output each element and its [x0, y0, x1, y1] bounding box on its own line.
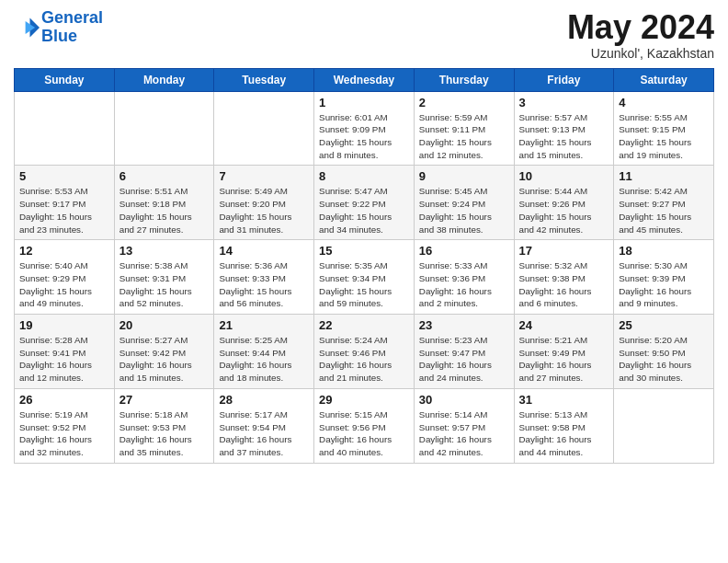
col-header-saturday: Saturday [614, 68, 714, 91]
calendar-cell: 31Sunrise: 5:13 AMSunset: 9:58 PMDayligh… [514, 388, 614, 463]
day-number: 19 [19, 318, 109, 332]
calendar-cell: 21Sunrise: 5:25 AMSunset: 9:44 PMDayligh… [214, 315, 314, 389]
month-title: May 2024 [567, 9, 714, 46]
calendar-cell: 1Sunrise: 6:01 AMSunset: 9:09 PMDaylight… [314, 91, 415, 166]
location: Uzunkol', Kazakhstan [567, 46, 714, 61]
day-info: Sunrise: 5:57 AMSunset: 9:13 PMDaylight:… [519, 111, 609, 162]
calendar-cell: 8Sunrise: 5:47 AMSunset: 9:22 PMDaylight… [314, 166, 415, 240]
calendar-cell: 3Sunrise: 5:57 AMSunset: 9:13 PMDaylight… [514, 91, 614, 166]
calendar-cell: 7Sunrise: 5:49 AMSunset: 9:20 PMDaylight… [214, 166, 314, 240]
logo-text-line2: Blue [41, 28, 103, 46]
logo: General Blue [14, 9, 103, 46]
title-block: May 2024 Uzunkol', Kazakhstan [567, 9, 714, 61]
day-info: Sunrise: 5:24 AMSunset: 9:46 PMDaylight:… [319, 334, 409, 385]
col-header-thursday: Thursday [414, 68, 514, 91]
day-info: Sunrise: 5:40 AMSunset: 9:29 PMDaylight:… [19, 259, 109, 310]
logo-text-line1: General [41, 9, 103, 28]
day-info: Sunrise: 6:01 AMSunset: 9:09 PMDaylight:… [319, 111, 409, 162]
day-info: Sunrise: 5:21 AMSunset: 9:49 PMDaylight:… [519, 334, 609, 385]
col-header-wednesday: Wednesday [314, 68, 415, 91]
calendar-cell: 9Sunrise: 5:45 AMSunset: 9:24 PMDaylight… [414, 166, 514, 240]
day-info: Sunrise: 5:45 AMSunset: 9:24 PMDaylight:… [419, 185, 509, 236]
calendar-cell [614, 388, 714, 463]
calendar-cell: 4Sunrise: 5:55 AMSunset: 9:15 PMDaylight… [614, 91, 714, 166]
calendar-cell: 20Sunrise: 5:27 AMSunset: 9:42 PMDayligh… [114, 315, 214, 389]
day-number: 3 [519, 96, 609, 109]
day-number: 18 [619, 244, 709, 258]
day-number: 12 [19, 244, 109, 258]
day-info: Sunrise: 5:44 AMSunset: 9:26 PMDaylight:… [519, 185, 609, 236]
calendar-cell: 29Sunrise: 5:15 AMSunset: 9:56 PMDayligh… [314, 388, 415, 463]
day-info: Sunrise: 5:47 AMSunset: 9:22 PMDaylight:… [319, 185, 409, 236]
day-info: Sunrise: 5:55 AMSunset: 9:15 PMDaylight:… [619, 111, 709, 162]
day-info: Sunrise: 5:20 AMSunset: 9:50 PMDaylight:… [619, 334, 709, 385]
day-info: Sunrise: 5:25 AMSunset: 9:44 PMDaylight:… [219, 334, 309, 385]
calendar-cell: 6Sunrise: 5:51 AMSunset: 9:18 PMDaylight… [114, 166, 214, 240]
calendar-cell: 23Sunrise: 5:23 AMSunset: 9:47 PMDayligh… [414, 315, 514, 389]
calendar-cell: 27Sunrise: 5:18 AMSunset: 9:53 PMDayligh… [114, 388, 214, 463]
day-info: Sunrise: 5:49 AMSunset: 9:20 PMDaylight:… [219, 185, 309, 236]
col-header-tuesday: Tuesday [214, 68, 314, 91]
calendar-cell: 25Sunrise: 5:20 AMSunset: 9:50 PMDayligh… [614, 315, 714, 389]
day-number: 10 [519, 169, 609, 183]
day-info: Sunrise: 5:38 AMSunset: 9:31 PMDaylight:… [119, 259, 210, 310]
day-number: 27 [119, 393, 210, 407]
day-info: Sunrise: 5:30 AMSunset: 9:39 PMDaylight:… [619, 259, 709, 310]
calendar-cell: 24Sunrise: 5:21 AMSunset: 9:49 PMDayligh… [514, 315, 614, 389]
calendar-cell: 22Sunrise: 5:24 AMSunset: 9:46 PMDayligh… [314, 315, 415, 389]
day-number: 11 [619, 169, 709, 183]
day-info: Sunrise: 5:36 AMSunset: 9:33 PMDaylight:… [219, 259, 309, 310]
day-info: Sunrise: 5:53 AMSunset: 9:17 PMDaylight:… [19, 185, 109, 236]
day-number: 15 [319, 244, 409, 258]
calendar-cell: 11Sunrise: 5:42 AMSunset: 9:27 PMDayligh… [614, 166, 714, 240]
calendar-week-5: 26Sunrise: 5:19 AMSunset: 9:52 PMDayligh… [15, 388, 714, 463]
day-number: 17 [519, 244, 609, 258]
calendar-cell: 12Sunrise: 5:40 AMSunset: 9:29 PMDayligh… [15, 240, 115, 315]
calendar-cell: 2Sunrise: 5:59 AMSunset: 9:11 PMDaylight… [414, 91, 514, 166]
day-number: 5 [19, 169, 109, 183]
col-header-sunday: Sunday [15, 68, 115, 91]
day-info: Sunrise: 5:51 AMSunset: 9:18 PMDaylight:… [119, 185, 210, 236]
calendar-week-4: 19Sunrise: 5:28 AMSunset: 9:41 PMDayligh… [15, 315, 714, 389]
day-number: 21 [219, 318, 309, 332]
day-info: Sunrise: 5:35 AMSunset: 9:34 PMDaylight:… [319, 259, 409, 310]
calendar-cell: 30Sunrise: 5:14 AMSunset: 9:57 PMDayligh… [414, 388, 514, 463]
calendar-cell: 5Sunrise: 5:53 AMSunset: 9:17 PMDaylight… [15, 166, 115, 240]
day-number: 22 [319, 318, 409, 332]
calendar-cell: 17Sunrise: 5:32 AMSunset: 9:38 PMDayligh… [514, 240, 614, 315]
day-info: Sunrise: 5:15 AMSunset: 9:56 PMDaylight:… [319, 408, 409, 459]
day-number: 20 [119, 318, 210, 332]
day-number: 9 [419, 169, 509, 183]
calendar-cell: 13Sunrise: 5:38 AMSunset: 9:31 PMDayligh… [114, 240, 214, 315]
day-number: 16 [419, 244, 509, 258]
day-info: Sunrise: 5:42 AMSunset: 9:27 PMDaylight:… [619, 185, 709, 236]
calendar-week-2: 5Sunrise: 5:53 AMSunset: 9:17 PMDaylight… [15, 166, 714, 240]
day-info: Sunrise: 5:59 AMSunset: 9:11 PMDaylight:… [419, 111, 509, 162]
day-number: 31 [519, 393, 609, 407]
calendar-week-3: 12Sunrise: 5:40 AMSunset: 9:29 PMDayligh… [15, 240, 714, 315]
calendar-cell [15, 91, 115, 166]
calendar-cell: 15Sunrise: 5:35 AMSunset: 9:34 PMDayligh… [314, 240, 415, 315]
day-number: 14 [219, 244, 309, 258]
day-number: 7 [219, 169, 309, 183]
day-number: 28 [219, 393, 309, 407]
day-info: Sunrise: 5:27 AMSunset: 9:42 PMDaylight:… [119, 334, 210, 385]
calendar-cell: 16Sunrise: 5:33 AMSunset: 9:36 PMDayligh… [414, 240, 514, 315]
day-info: Sunrise: 5:13 AMSunset: 9:58 PMDaylight:… [519, 408, 609, 459]
day-number: 2 [419, 96, 509, 109]
day-number: 8 [319, 169, 409, 183]
logo-icon [14, 15, 40, 40]
day-number: 25 [619, 318, 709, 332]
day-number: 24 [519, 318, 609, 332]
calendar-cell: 10Sunrise: 5:44 AMSunset: 9:26 PMDayligh… [514, 166, 614, 240]
day-number: 30 [419, 393, 509, 407]
day-number: 26 [19, 393, 109, 407]
day-info: Sunrise: 5:18 AMSunset: 9:53 PMDaylight:… [119, 408, 210, 459]
header: General Blue May 2024 Uzunkol', Kazakhst… [14, 9, 714, 61]
calendar-cell: 26Sunrise: 5:19 AMSunset: 9:52 PMDayligh… [15, 388, 115, 463]
day-number: 23 [419, 318, 509, 332]
day-info: Sunrise: 5:32 AMSunset: 9:38 PMDaylight:… [519, 259, 609, 310]
day-number: 6 [119, 169, 210, 183]
day-info: Sunrise: 5:17 AMSunset: 9:54 PMDaylight:… [219, 408, 309, 459]
day-number: 4 [619, 96, 709, 109]
